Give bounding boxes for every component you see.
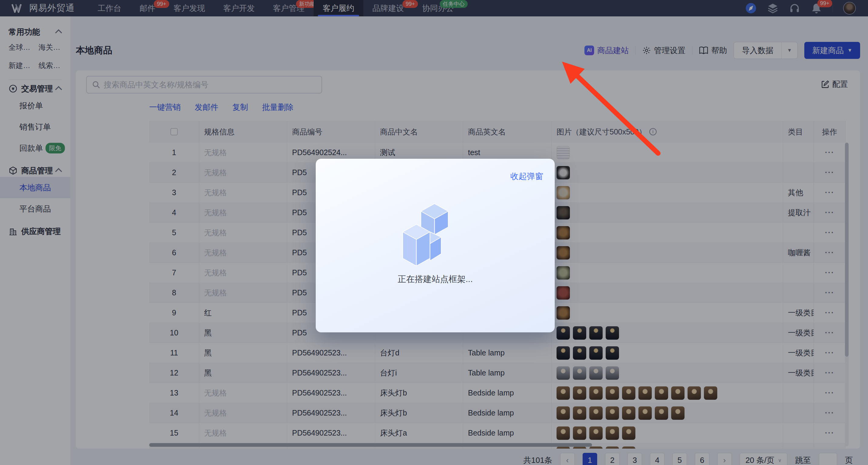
modal-status-text: 正在搭建站点框架... xyxy=(316,273,555,285)
page-root: 网易外贸通 工作台 邮件 99+ 客户发现 客户开发 客户管理 新功能 客户履约… xyxy=(0,0,868,465)
collapse-modal-link[interactable]: 收起弹窗 xyxy=(510,171,543,182)
cube-illustration-icon xyxy=(396,201,460,275)
site-build-modal: 收起弹窗 正在搭建站点框架... xyxy=(316,159,555,332)
